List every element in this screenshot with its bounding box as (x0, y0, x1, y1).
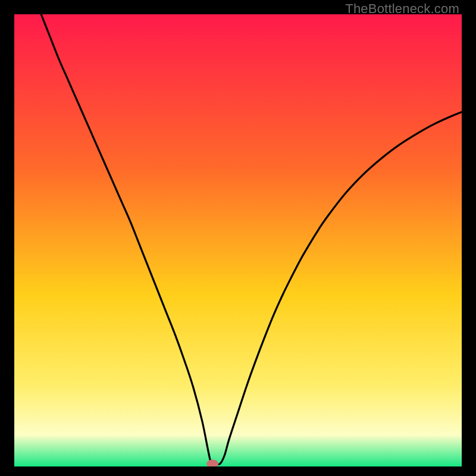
gradient-background (14, 14, 462, 466)
bottleneck-chart (14, 14, 462, 466)
watermark-text: TheBottleneck.com (345, 1, 459, 17)
chart-frame: TheBottleneck.com (0, 0, 476, 476)
plot-area (14, 14, 462, 466)
